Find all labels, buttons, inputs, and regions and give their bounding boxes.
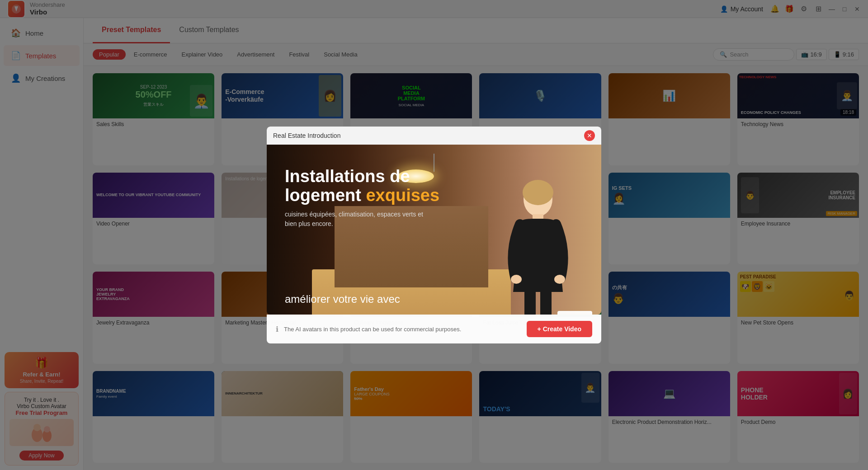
app-window: Wondershare Virbo 👤 My Account 🔔 🎁 ⚙ ⊞ —… [0,0,868,470]
modal-heading: Installations de logement exquises [285,167,439,205]
modal-video-scene: Installations de logement exquises cuisi… [267,145,601,315]
create-video-button[interactable]: + Create Video [527,321,592,337]
modal-title-bar: Real Estate Introduction ✕ [267,127,601,145]
svg-point-6 [523,180,553,205]
modal-text-overlay: Installations de logement exquises cuisi… [285,167,439,229]
modal-avatar-badge: Louise [557,311,592,315]
modal-info-text: The AI avatars in this product can be us… [284,326,521,333]
modal-bottom-text: améliorer votre vie avec [285,293,400,306]
modal-subtext: cuisines équipées, climatisation, espace… [285,210,429,229]
modal-video: Real Estate Introduction ✕ [267,127,601,315]
svg-point-9 [554,275,565,284]
avatar-container [488,170,588,315]
svg-rect-10 [524,290,536,315]
info-icon: ℹ [276,325,278,334]
modal-bottom-bar: ℹ The AI avatars in this product can be … [267,315,601,343]
avatar-figure [497,179,579,315]
modal-title: Real Estate Introduction [273,132,340,139]
modal-overlay: Real Estate Introduction ✕ [0,0,868,470]
modal-close-button[interactable]: ✕ [584,130,595,141]
modal-content: Real Estate Introduction ✕ [267,127,601,343]
svg-rect-11 [540,290,552,315]
svg-point-8 [511,275,522,284]
